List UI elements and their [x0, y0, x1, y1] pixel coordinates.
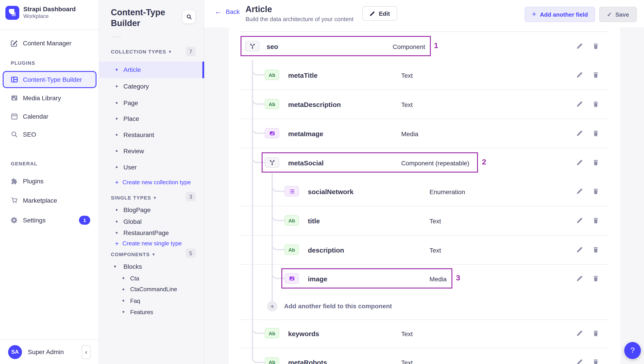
annotation-number-3: 3	[456, 273, 460, 282]
field-row-seo: seo Component	[204, 36, 620, 56]
sidebar-item-media-library[interactable]: Media Library	[0, 90, 99, 106]
edit-field-button[interactable]	[576, 217, 584, 224]
edit-field-button[interactable]	[576, 188, 584, 195]
delete-field-button[interactable]	[592, 358, 600, 364]
bullet-icon	[116, 209, 118, 211]
field-row-metarobots: Ab metaRobots Text	[204, 352, 620, 364]
delete-field-button[interactable]	[592, 100, 600, 108]
text-field-icon: Ab	[265, 328, 279, 338]
main-sidebar: Strapi Dashboard Workplace Content Manag…	[0, 0, 99, 364]
edit-button[interactable]: Edit	[362, 6, 397, 21]
component-features[interactable]: Features	[99, 306, 204, 318]
delete-field-button[interactable]	[592, 217, 600, 224]
delete-field-button[interactable]	[592, 275, 600, 282]
collection-type-category[interactable]: Category	[99, 78, 204, 94]
bullet-icon	[122, 277, 124, 279]
collection-type-place[interactable]: Place	[99, 111, 204, 127]
component-faq[interactable]: Faq	[99, 295, 204, 306]
component-group-blocks[interactable]: ▾ Blocks	[99, 260, 204, 272]
brand[interactable]: Strapi Dashboard Workplace	[6, 6, 76, 20]
text-field-icon: Ab	[284, 215, 299, 226]
components-count: 5	[186, 249, 196, 258]
field-row-metatitle: Ab metaTitle Text	[204, 65, 620, 85]
edit-field-button[interactable]	[576, 71, 584, 78]
component-ctacommandline[interactable]: CtaCommandLine	[99, 283, 204, 295]
caret-down-icon: ▾	[114, 264, 116, 269]
sidebar-item-seo[interactable]: SEO	[0, 126, 99, 142]
bullet-icon	[116, 134, 118, 136]
collection-type-restaurant[interactable]: Restaurant	[99, 127, 204, 143]
user-row: SA Super Admin ‹	[0, 340, 99, 364]
collection-type-page[interactable]: Page	[99, 95, 204, 111]
plus-icon: +	[267, 301, 277, 311]
component-cta[interactable]: Cta	[99, 272, 204, 284]
edit-field-button[interactable]	[576, 43, 584, 50]
user-name: Super Admin	[28, 348, 64, 355]
help-button[interactable]: ?	[624, 342, 641, 359]
delete-field-button[interactable]	[592, 159, 600, 166]
bullet-icon	[116, 118, 118, 119]
sidebar-item-marketplace[interactable]: Marketplace	[0, 192, 99, 209]
page-subtitle: Build the data architecture of your cont…	[246, 16, 354, 23]
single-types-header[interactable]: SINGLE TYPES ▾	[111, 195, 156, 200]
save-button[interactable]: ✓ Save	[599, 7, 637, 22]
delete-field-button[interactable]	[592, 71, 600, 78]
delete-field-button[interactable]	[592, 330, 600, 337]
single-type-global[interactable]: Global	[99, 216, 204, 227]
strapi-logo-icon	[6, 6, 19, 20]
collapse-sidebar-button[interactable]: ‹	[82, 345, 91, 359]
sidebar-item-content-type-builder[interactable]: Content-Type Builder	[3, 71, 96, 88]
add-field-to-component-button[interactable]: + Add another field to this component	[204, 296, 620, 316]
row-divider	[239, 206, 609, 206]
components-header[interactable]: COMPONENTS ▾	[111, 252, 155, 257]
edit-field-button[interactable]	[576, 159, 584, 166]
plus-icon: +	[115, 240, 119, 247]
edit-field-button[interactable]	[576, 130, 584, 137]
delete-field-button[interactable]	[592, 188, 600, 195]
chevron-down-icon: ▾	[154, 195, 156, 200]
text-field-icon: Ab	[265, 70, 279, 80]
bullet-icon	[116, 85, 118, 87]
sidebar-item-content-manager[interactable]: Content Manager	[0, 35, 99, 51]
edit-field-button[interactable]	[576, 246, 584, 253]
edit-field-button[interactable]	[576, 358, 584, 364]
field-row-description: Ab description Text	[204, 240, 620, 260]
edit-field-button[interactable]	[576, 275, 584, 282]
edit-field-button[interactable]	[576, 100, 584, 108]
field-row-metasocial: metaSocial Component (repeatable)	[204, 152, 620, 172]
edit-field-button[interactable]	[576, 330, 584, 337]
search-icon	[186, 14, 192, 20]
delete-field-button[interactable]	[592, 246, 600, 253]
calendar-icon	[11, 113, 18, 120]
collection-type-review[interactable]: Review	[99, 143, 204, 159]
chevron-down-icon: ▾	[169, 49, 172, 54]
back-button[interactable]: ← Back	[214, 8, 240, 15]
create-collection-type-link[interactable]: + Create new collection type	[115, 176, 191, 188]
field-row-socialnetwork: socialNetwork Enumeration	[204, 181, 620, 201]
media-field-icon	[284, 273, 299, 284]
sidebar-item-calendar[interactable]: Calendar	[0, 108, 99, 124]
component-icon	[265, 157, 279, 168]
text-field-icon: Ab	[265, 357, 279, 364]
single-types-count: 3	[186, 192, 196, 201]
row-divider	[239, 31, 609, 32]
delete-field-button[interactable]	[592, 130, 600, 137]
delete-field-button[interactable]	[592, 43, 600, 50]
add-another-field-button[interactable]: + Add another field	[524, 7, 595, 22]
single-type-blogpage[interactable]: BlogPage	[99, 204, 204, 216]
collection-types-header[interactable]: COLLECTION TYPES ▾	[111, 49, 172, 54]
active-indicator	[202, 61, 204, 78]
bullet-icon	[122, 311, 124, 313]
collection-type-article[interactable]: Article	[99, 61, 204, 78]
collection-type-user[interactable]: User	[99, 159, 204, 175]
content-type-builder-panel: Content-Type Builder COLLECTION TYPES ▾ …	[99, 0, 204, 364]
page-title: Article	[246, 5, 272, 14]
row-divider	[239, 319, 609, 320]
avatar[interactable]: SA	[8, 345, 22, 359]
content-manager-icon	[11, 40, 18, 47]
sidebar-item-plugins[interactable]: Plugins	[0, 173, 99, 189]
create-single-type-link[interactable]: + Create new single type	[115, 238, 182, 249]
page-header: ← Back Article Build the data architectu…	[204, 0, 644, 27]
search-button[interactable]	[182, 10, 196, 24]
single-type-restaurantpage[interactable]: RestaurantPage	[99, 227, 204, 238]
